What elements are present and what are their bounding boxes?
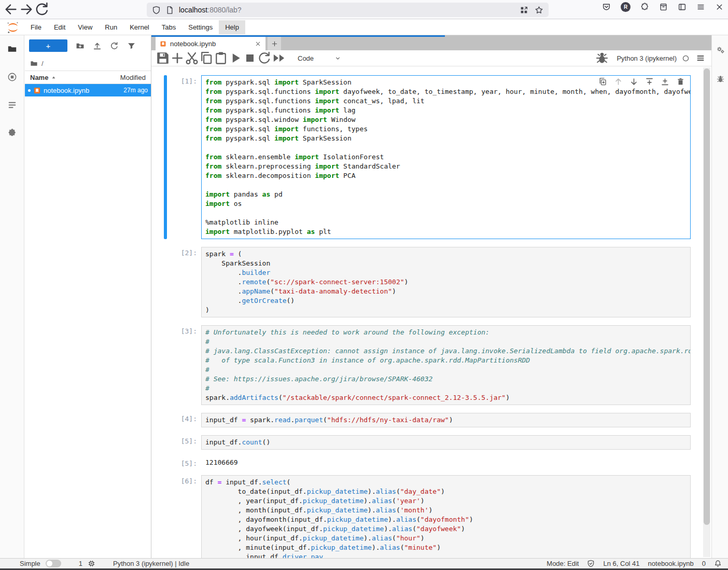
bell-icon[interactable] xyxy=(714,560,722,567)
menu-item-kernel[interactable]: Kernel xyxy=(123,20,156,34)
sidebar-toggle-icon[interactable] xyxy=(678,3,687,11)
sidebar-tab-running[interactable] xyxy=(0,65,24,88)
cell-editor[interactable]: from pyspark.sql import SparkSessionfrom… xyxy=(201,75,691,239)
stop-button[interactable] xyxy=(243,52,257,64)
bookmark-star-icon[interactable] xyxy=(535,6,543,15)
menu-item-view[interactable]: View xyxy=(72,20,99,34)
paste-cell-button[interactable] xyxy=(214,52,228,64)
new-tab-button[interactable] xyxy=(268,37,281,50)
cell-output: [5]:12106669 xyxy=(164,457,691,467)
toolbar-menu-icon[interactable] xyxy=(696,53,705,63)
debugger-button[interactable] xyxy=(595,52,609,64)
menu-item-help[interactable]: Help xyxy=(219,20,245,34)
kernel-status-icon[interactable] xyxy=(682,54,690,62)
pocket-icon[interactable] xyxy=(602,3,611,11)
code-line: , hour(input_df.pickup_datetime).alias("… xyxy=(205,534,690,543)
sidebar-tab-toc[interactable] xyxy=(0,93,24,116)
library-icon[interactable] xyxy=(659,3,668,11)
simple-mode-toggle[interactable] xyxy=(46,560,61,567)
column-modified[interactable]: Modified xyxy=(108,74,146,81)
code-line: , minute(input_df.pickup_datetime).alias… xyxy=(205,543,690,552)
duplicate-cell-button[interactable] xyxy=(598,77,607,86)
code-cell: [3]:# Unfortunately this is needed to wo… xyxy=(164,325,691,405)
filter-icon[interactable] xyxy=(127,41,136,50)
move-up-cell-button[interactable] xyxy=(614,77,623,86)
cursor-position[interactable]: Ln 6, Col 41 xyxy=(603,560,639,567)
code-line: from pyspark.sql.functions import concat… xyxy=(205,96,690,106)
kernel-name-button[interactable]: Python 3 (ipykernel) xyxy=(617,54,677,62)
restart-run-all-button[interactable] xyxy=(272,52,286,64)
cell-editor[interactable]: input_df.count() xyxy=(201,435,691,450)
terminal-count[interactable]: 1 xyxy=(79,560,82,567)
insert-below-cell-button[interactable] xyxy=(661,77,669,86)
breadcrumb[interactable]: / xyxy=(25,56,151,71)
reload-button[interactable] xyxy=(34,2,50,17)
code-line: input_df.count() xyxy=(205,438,690,447)
new-folder-icon[interactable] xyxy=(76,41,85,50)
forward-icon xyxy=(19,2,34,17)
delete-cell-button[interactable] xyxy=(676,77,685,86)
refresh-icon[interactable] xyxy=(110,41,119,50)
move-down-cell-button[interactable] xyxy=(629,77,638,86)
page-icon[interactable] xyxy=(165,6,174,15)
tab-bar: notebook.ipynb xyxy=(151,35,711,50)
cell-editor[interactable]: df = input_df.select( to_date(input_df.p… xyxy=(201,475,691,558)
url-text[interactable]: localhost:8080/lab? xyxy=(179,6,520,14)
menu-item-file[interactable]: File xyxy=(24,20,48,34)
play-icon xyxy=(228,51,243,65)
insert-above-cell-button[interactable] xyxy=(645,77,654,86)
back-button[interactable] xyxy=(3,2,19,17)
extensions-icon[interactable] xyxy=(640,3,649,11)
close-icon[interactable] xyxy=(715,3,724,11)
file-row[interactable]: notebook.ipynb27m ago xyxy=(25,84,151,96)
statusbar-filename: notebook.ipynb xyxy=(648,560,694,567)
tab-notebook[interactable]: notebook.ipynb xyxy=(156,37,265,50)
cell-editor[interactable]: spark = ( SparkSession .builder .remote(… xyxy=(201,247,691,317)
code-line: .appName("taxi-data-anomaly-detection") xyxy=(205,287,690,296)
save-button[interactable] xyxy=(156,52,170,64)
cell-toolbar xyxy=(598,77,685,86)
sidebar-tab-extensions[interactable] xyxy=(0,121,24,144)
notebook-scrollbar[interactable] xyxy=(703,67,710,557)
menu-item-run[interactable]: Run xyxy=(99,20,123,34)
cell-editor[interactable]: input_df = spark.read.parquet("hdfs://hd… xyxy=(201,413,691,427)
new-launcher-button[interactable]: + xyxy=(29,39,67,52)
cell-type-dropdown[interactable]: Code xyxy=(295,53,344,63)
insert-cell-button[interactable] xyxy=(170,52,185,64)
copy-icon xyxy=(199,51,214,65)
menu-item-edit[interactable]: Edit xyxy=(48,20,72,34)
shield-icon[interactable] xyxy=(152,6,161,15)
debugger-tab[interactable] xyxy=(712,68,728,89)
cell-editor[interactable]: # Unfortunately this is needed to work a… xyxy=(201,325,691,405)
simple-mode-label: Simple xyxy=(20,560,40,567)
profile-avatar[interactable]: R xyxy=(621,2,631,12)
sidebar-tab-files[interactable] xyxy=(0,37,24,60)
breadcrumb-root[interactable]: / xyxy=(41,60,44,67)
tab-close-icon[interactable] xyxy=(255,40,261,47)
upload-icon[interactable] xyxy=(93,41,102,50)
code-line: df = input_df.select( xyxy=(205,478,690,487)
mode-indicator[interactable]: Mode: Edit xyxy=(547,560,579,567)
copy-cell-button[interactable] xyxy=(199,52,214,64)
browser-menu-icon[interactable] xyxy=(696,3,705,11)
menu-item-settings[interactable]: Settings xyxy=(182,20,219,34)
paste-icon xyxy=(214,51,228,65)
url-bar[interactable]: localhost:8080/lab? xyxy=(147,3,549,17)
run-button[interactable] xyxy=(228,52,243,64)
kernel-chip-icon[interactable] xyxy=(88,560,95,567)
input-prompt: [4]: xyxy=(167,413,197,427)
status-bar: Simple 1 Python 3 (ipykernel) | Idle Mod… xyxy=(0,558,728,568)
forward-button[interactable] xyxy=(19,2,34,17)
cut-cell-button[interactable] xyxy=(185,52,199,64)
scrollbar-thumb[interactable] xyxy=(704,68,710,525)
property-inspector-tab[interactable] xyxy=(712,39,728,60)
code-line: import matplotlib.pyplot as plt xyxy=(205,227,690,237)
trust-shield-icon[interactable] xyxy=(587,560,595,567)
code-line: from sklearn.ensemble import IsolationFo… xyxy=(205,152,690,162)
restart-kernel-button[interactable] xyxy=(257,52,272,64)
shortcuts-icon[interactable] xyxy=(520,6,528,15)
menu-item-tabs[interactable]: Tabs xyxy=(156,20,182,34)
kernel-status-text[interactable]: Python 3 (ipykernel) | Idle xyxy=(113,560,189,567)
tab-title[interactable]: notebook.ipynb xyxy=(170,40,251,48)
column-name[interactable]: Name xyxy=(30,74,108,81)
